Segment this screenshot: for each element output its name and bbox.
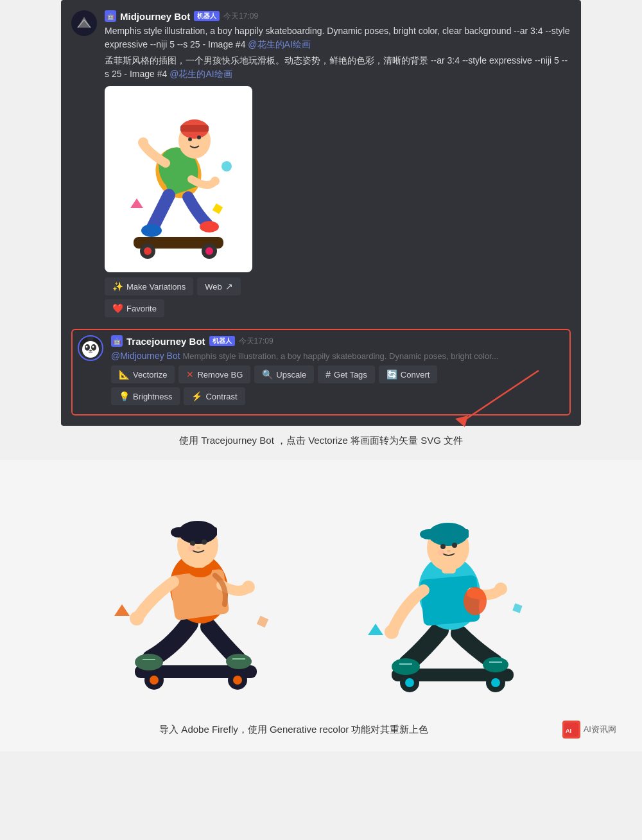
- illustrations-section: 导入 Adobe Firefly，使用 Generative recolor 功…: [0, 460, 642, 751]
- svg-point-52: [196, 547, 200, 549]
- svg-point-39: [226, 654, 252, 669]
- svg-point-66: [385, 625, 399, 639]
- svg-point-72: [420, 529, 438, 539]
- svg-point-61: [491, 678, 500, 687]
- message-2-highlighted: 🤖 Tracejourney Bot 机器人 今天17:09 @Midjourn…: [71, 329, 571, 416]
- message-1: 🤖 Midjourney Bot 机器人 今天17:09 Memphis sty…: [71, 10, 571, 321]
- action-buttons-2: ❤️ Favorite: [105, 299, 571, 317]
- svg-point-17: [205, 247, 213, 255]
- top-caption: 使用 Tracejourney Bot ，点击 Vectorize 将画面转为矢…: [0, 426, 642, 460]
- vectorize-icon: 📐: [119, 369, 130, 380]
- tracejourney-avatar: [78, 335, 103, 361]
- get-tags-button[interactable]: # Get Tags: [318, 365, 375, 383]
- svg-point-37: [233, 676, 242, 685]
- svg-point-20: [221, 161, 232, 171]
- svg-point-53: [188, 545, 195, 552]
- svg-point-51: [202, 539, 207, 545]
- message-2: 🤖 Tracejourney Bot 机器人 今天17:09 @Midjourn…: [78, 335, 564, 409]
- svg-point-27: [86, 346, 88, 348]
- message-2-content: 🤖 Tracejourney Bot 机器人 今天17:09 @Midjourn…: [111, 335, 564, 409]
- illustrations-row: [90, 473, 552, 704]
- watermark: AI AI资讯网: [562, 721, 616, 739]
- watermark-logo: AI: [562, 721, 580, 739]
- svg-point-67: [494, 582, 507, 595]
- username-2: Tracejourney Bot: [126, 336, 205, 347]
- svg-point-43: [130, 611, 144, 626]
- svg-point-24: [82, 341, 99, 358]
- remove-bg-icon: ✕: [186, 369, 194, 380]
- message-2-text: @Midjourney Bot Memphis style illustrati…: [111, 349, 564, 363]
- contrast-icon: ⚡: [191, 391, 202, 401]
- svg-point-12: [200, 221, 219, 232]
- make-variations-button[interactable]: ✨ Make Variations: [105, 277, 193, 295]
- tags-icon: #: [325, 369, 331, 380]
- svg-point-74: [452, 543, 457, 548]
- web-button[interactable]: Web ↗: [197, 277, 241, 295]
- svg-point-76: [438, 549, 444, 556]
- svg-point-29: [89, 350, 92, 352]
- svg-point-50: [190, 541, 195, 546]
- brightness-icon: 💡: [119, 391, 130, 401]
- message-1-content: 🤖 Midjourney Bot 机器人 今天17:09 Memphis sty…: [105, 10, 571, 321]
- prompt-truncated: Memphis style illustration, a boy happil…: [182, 351, 498, 361]
- svg-text:AI: AI: [566, 728, 571, 734]
- convert-button[interactable]: 🔄 Convert: [379, 365, 438, 383]
- svg-point-44: [242, 581, 255, 593]
- username-1: Midjourney Bot: [120, 11, 190, 22]
- svg-point-35: [150, 676, 159, 685]
- timestamp-1: 今天17:09: [223, 11, 258, 22]
- message-2-header: 🤖 Tracejourney Bot 机器人 今天17:09: [111, 335, 564, 347]
- upscale-icon: 🔍: [262, 369, 273, 380]
- illustration-right: [334, 473, 552, 704]
- svg-point-28: [92, 346, 94, 348]
- mention-link-cn[interactable]: @花生的AI绘画: [169, 69, 232, 79]
- svg-point-77: [464, 587, 487, 615]
- svg-point-59: [405, 678, 414, 687]
- svg-point-15: [144, 247, 152, 255]
- midjourney-avatar: [71, 10, 97, 36]
- external-link-icon: ↗: [225, 281, 233, 292]
- svg-rect-6: [180, 125, 209, 132]
- convert-icon: 🔄: [386, 369, 397, 380]
- tracejourney-buttons-1: 📐 Vectorize ✕ Remove BG 🔍 Upscale #: [111, 365, 564, 383]
- contrast-button[interactable]: ⚡ Contrast: [184, 387, 245, 405]
- page-wrapper: 🤖 Midjourney Bot 机器人 今天17:09 Memphis sty…: [0, 0, 642, 751]
- variations-icon: ✨: [112, 281, 123, 292]
- message-1-prompt: Memphis style illustration, a boy happil…: [105, 24, 571, 51]
- vectorize-button[interactable]: 📐 Vectorize: [111, 365, 175, 383]
- bot-badge-1: 机器人: [194, 11, 220, 21]
- bottom-caption: 导入 Adobe Firefly，使用 Generative recolor 功…: [26, 714, 616, 745]
- discord-panel: 🤖 Midjourney Bot 机器人 今天17:09 Memphis sty…: [61, 0, 581, 426]
- mention-link-1[interactable]: @花生的AI绘画: [248, 39, 310, 49]
- robot-icon-2: 🤖: [111, 335, 123, 347]
- svg-point-7: [188, 137, 192, 141]
- timestamp-2: 今天17:09: [239, 336, 273, 347]
- svg-point-49: [171, 527, 186, 538]
- svg-point-63: [483, 657, 508, 672]
- illustration-left: [90, 473, 308, 704]
- svg-point-9: [138, 137, 148, 148]
- svg-point-11: [141, 224, 162, 237]
- message-1-header: 🤖 Midjourney Bot 机器人 今天17:09: [105, 10, 571, 22]
- svg-point-38: [135, 654, 163, 670]
- svg-point-8: [197, 136, 201, 139]
- remove-bg-button[interactable]: ✕ Remove BG: [178, 365, 250, 383]
- svg-point-73: [440, 544, 446, 549]
- mention-2: @Midjourney Bot: [111, 351, 180, 361]
- bot-badge-2: 机器人: [209, 336, 235, 346]
- heart-icon: ❤️: [112, 303, 123, 313]
- action-buttons-1: ✨ Make Variations Web ↗: [105, 277, 571, 295]
- svg-point-10: [211, 177, 220, 186]
- svg-point-62: [392, 658, 420, 675]
- brightness-button[interactable]: 💡 Brightness: [111, 387, 180, 405]
- tracejourney-buttons-2: 💡 Brightness ⚡ Contrast: [111, 387, 564, 405]
- upscale-button[interactable]: 🔍 Upscale: [254, 365, 314, 383]
- message-1-cn: 孟菲斯风格的插图，一个男孩快乐地玩滑板。动态姿势，鲜艳的色彩，清晰的背景 --a…: [105, 54, 571, 81]
- robot-icon-1: 🤖: [105, 10, 116, 22]
- skater-image-attachment: [105, 86, 252, 272]
- svg-point-75: [447, 550, 451, 552]
- favorite-button[interactable]: ❤️ Favorite: [105, 299, 164, 317]
